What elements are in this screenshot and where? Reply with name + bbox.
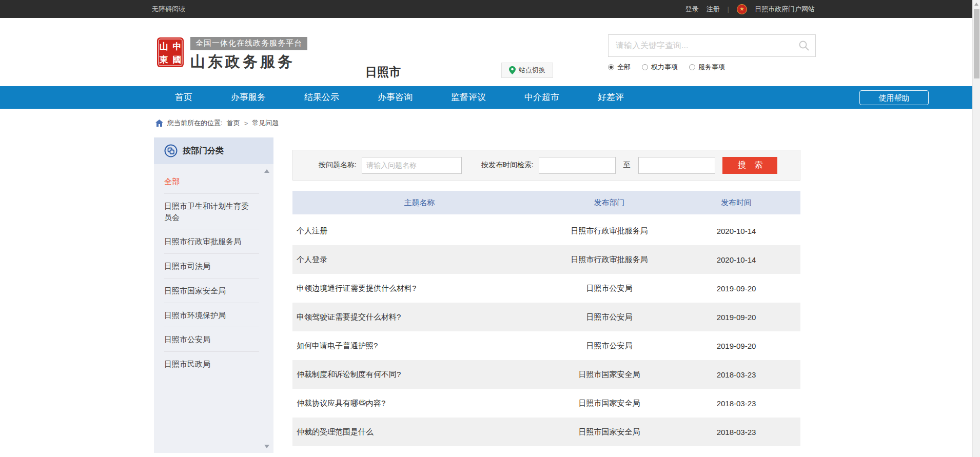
- sidebar-scroll-up-icon[interactable]: [264, 169, 269, 173]
- radio-icon: [689, 64, 695, 70]
- sidebar-scroll-down-icon[interactable]: [264, 445, 269, 448]
- nav-list: 首页 办事服务 结果公示 办事咨询 监督评议 中介超市 好差评: [0, 86, 980, 109]
- question-title[interactable]: 仲裁的受理范围是什么: [292, 427, 546, 437]
- search-scope-radio[interactable]: 权力事项: [642, 63, 678, 72]
- publish-date: 2018-03-23: [672, 370, 800, 379]
- shandong-seal-icon: 山 中 東 國: [156, 37, 184, 68]
- sidebar-item-department[interactable]: 日照市司法局: [154, 254, 273, 279]
- sidebar-item-department[interactable]: 日照市卫生和计划生育委员会: [154, 194, 273, 230]
- radio-label: 权力事项: [651, 63, 678, 72]
- sidebar-header: 按部门分类: [154, 137, 273, 164]
- search-area: 全部 权力事项 服务事项: [608, 34, 816, 72]
- search-scope-radio[interactable]: 服务事项: [689, 63, 725, 72]
- sidebar-item-department[interactable]: 日照市公安局: [154, 327, 273, 352]
- col-header-title: 主题名称: [292, 198, 546, 208]
- publish-department: 日照市国家安全局: [546, 370, 672, 380]
- nav-item[interactable]: 办事咨询: [378, 86, 413, 109]
- radio-label: 全部: [617, 63, 631, 72]
- question-name-input[interactable]: [362, 157, 462, 174]
- sidebar-item-department[interactable]: 全部: [154, 169, 273, 194]
- keyword-search-input[interactable]: [616, 41, 798, 50]
- table-row[interactable]: 个人注册 日照市行政审批服务局 2020-10-14: [292, 216, 800, 245]
- site-switch-label: 站点切换: [519, 66, 545, 75]
- portal-link[interactable]: 日照市政府门户网站: [755, 5, 815, 14]
- question-title[interactable]: 申领驾驶证需要提交什么材料?: [292, 312, 546, 322]
- scrollbar-thumb[interactable]: [974, 9, 979, 78]
- radio-label: 服务事项: [698, 63, 725, 72]
- table-row[interactable]: 仲裁协议应具有哪些内容? 日照市国家安全局 2018-03-23: [292, 389, 800, 418]
- col-header-date: 发布时间: [672, 198, 800, 208]
- radio-icon: [642, 64, 648, 70]
- sidebar-title: 按部门分类: [183, 146, 224, 156]
- national-emblem-icon: ★: [737, 4, 747, 14]
- publish-date: 2018-03-23: [672, 399, 800, 408]
- publish-department: 日照市行政审批服务局: [546, 226, 672, 236]
- site-switch-button[interactable]: 站点切换: [501, 63, 553, 78]
- sidebar-item-label: 日照市卫生和计划生育委员会: [164, 202, 249, 222]
- question-title[interactable]: 仲裁制度和诉讼制度有何不同?: [292, 370, 546, 380]
- sidebar-item-label: 全部: [164, 177, 180, 186]
- svg-text:山: 山: [160, 42, 168, 51]
- sidebar-item-label: 日照市司法局: [164, 262, 210, 270]
- question-title[interactable]: 申领边境通行证需要提供什么材料?: [292, 284, 546, 293]
- date-to-label: 至: [623, 161, 631, 170]
- publish-date: 2019-09-20: [672, 313, 800, 322]
- page: 无障碍阅读 登录 注册 | ★ 日照市政府门户网站 山 中 東 國 全国一体化在…: [0, 0, 980, 457]
- publish-date-label: 按发布时间检索:: [481, 161, 534, 170]
- question-title[interactable]: 个人注册: [292, 226, 546, 236]
- question-title[interactable]: 仲裁协议应具有哪些内容?: [292, 399, 546, 408]
- sidebar-item-department[interactable]: 日照市国家安全局: [154, 279, 273, 303]
- publish-date: 2019-09-20: [672, 284, 800, 293]
- breadcrumb: 您当前所在的位置: 首页 > 常见问题: [0, 109, 980, 137]
- radio-icon: [608, 64, 614, 70]
- breadcrumb-current: 常见问题: [252, 118, 279, 128]
- table-body: 个人注册 日照市行政审批服务局 2020-10-14 个人登录 日照市行政审批服…: [292, 216, 800, 446]
- publish-department: 日照市国家安全局: [546, 399, 672, 408]
- col-header-department: 发布部门: [546, 198, 672, 208]
- keyword-search-box: [608, 34, 816, 57]
- search-button[interactable]: 搜 索: [722, 157, 777, 174]
- search-scope-radio[interactable]: 全部: [608, 63, 631, 72]
- question-title[interactable]: 个人登录: [292, 255, 546, 265]
- scroll-up-arrow-icon[interactable]: [974, 3, 978, 6]
- nav-item[interactable]: 结果公示: [304, 86, 339, 109]
- help-button[interactable]: 使用帮助: [859, 90, 929, 105]
- table-row[interactable]: 个人登录 日照市行政审批服务局 2020-10-14: [292, 245, 800, 274]
- nav-item[interactable]: 监督评议: [451, 86, 486, 109]
- date-to-input[interactable]: [638, 157, 715, 174]
- svg-text:中: 中: [173, 42, 182, 51]
- main-panel: 按问题名称: 按发布时间检索: 至 搜 索 主题名称 发布部门 发布时间 个人注…: [292, 137, 800, 446]
- nav-item[interactable]: 中介超市: [524, 86, 559, 109]
- publish-date: 2018-03-23: [672, 428, 800, 436]
- sidebar-item-label: 日照市国家安全局: [164, 286, 226, 295]
- nav-item[interactable]: 办事服务: [231, 86, 266, 109]
- search-scope-group: 全部 权力事项 服务事项: [608, 63, 816, 72]
- site-header: 山 中 東 國 全国一体化在线政务服务平台 山东政务服务 日照市 站点切换: [0, 18, 980, 86]
- platform-badge: 全国一体化在线政务服务平台: [190, 37, 307, 50]
- logo[interactable]: 山 中 東 國 全国一体化在线政务服务平台 山东政务服务: [156, 37, 307, 72]
- register-link[interactable]: 注册: [707, 5, 720, 14]
- sidebar-item-department[interactable]: 日照市环境保护局: [154, 303, 273, 328]
- location-pin-icon: [509, 66, 516, 74]
- table-row[interactable]: 如何申请电子普通护照? 日照市公安局 2019-09-20: [292, 331, 800, 360]
- search-icon[interactable]: [798, 39, 810, 52]
- table-row[interactable]: 申领边境通行证需要提供什么材料? 日照市公安局 2019-09-20: [292, 274, 800, 303]
- category-icon: [164, 144, 178, 157]
- login-link[interactable]: 登录: [685, 5, 699, 14]
- sidebar-item-department[interactable]: 日照市民政局: [154, 352, 273, 376]
- vertical-scrollbar[interactable]: [972, 0, 980, 457]
- nav-item[interactable]: 好差评: [598, 86, 624, 109]
- nav-item[interactable]: 首页: [175, 86, 192, 109]
- department-sidebar: 按部门分类 全部 日照市卫生和计划生育委员会 日照市行政审批服务局 日照市司法局…: [154, 137, 273, 453]
- table-row[interactable]: 仲裁的受理范围是什么 日照市国家安全局 2018-03-23: [292, 418, 800, 446]
- date-from-input[interactable]: [539, 157, 616, 174]
- table-row[interactable]: 申领驾驶证需要提交什么材料? 日照市公安局 2019-09-20: [292, 303, 800, 331]
- sidebar-item-label: 日照市行政审批服务局: [164, 237, 241, 246]
- sidebar-item-department[interactable]: 日照市行政审批服务局: [154, 229, 273, 254]
- question-title[interactable]: 如何申请电子普通护照?: [292, 341, 546, 351]
- topbar-separator: |: [728, 5, 729, 13]
- accessibility-link[interactable]: 无障碍阅读: [152, 5, 185, 14]
- breadcrumb-home[interactable]: 首页: [227, 118, 240, 128]
- table-row[interactable]: 仲裁制度和诉讼制度有何不同? 日照市国家安全局 2018-03-23: [292, 360, 800, 389]
- publish-department: 日照市行政审批服务局: [546, 255, 672, 265]
